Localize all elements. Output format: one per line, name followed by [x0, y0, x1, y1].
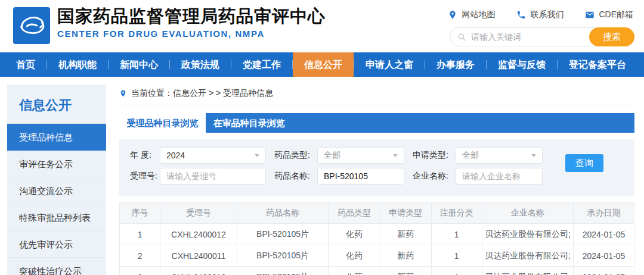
site-logo[interactable] — [13, 7, 50, 44]
table-column-header: 受理号 — [160, 203, 237, 224]
utility-links: 网站地图 联系我们 CDE邮箱 — [448, 10, 633, 20]
mail-icon — [585, 10, 595, 20]
content: 当前位置：信息公开 > > 受理品种信息 受理品种目录浏览在审品种目录浏览 年 … — [119, 88, 634, 275]
table-cell: 化药 — [329, 267, 380, 275]
table-column-header: 申请类型 — [380, 203, 431, 224]
query-button[interactable]: 查询 — [565, 154, 603, 172]
table-cell: 新药 — [380, 224, 431, 245]
sitemap-link[interactable]: 网站地图 — [448, 10, 495, 20]
tab[interactable]: 在审品种目录浏览 — [206, 113, 292, 133]
table-column-header: 药品名称 — [237, 203, 329, 224]
search-icon — [457, 33, 466, 42]
chevron-down-icon — [255, 154, 259, 157]
site-title: 国家药品监督管理局药品审评中心 — [57, 5, 326, 27]
page: 国家药品监督管理局药品审评中心 CENTER FOR DRUG EVALUATI… — [0, 0, 644, 275]
table-cell: CXHL2400012 — [160, 224, 237, 245]
nav-item[interactable]: 办事服务 — [425, 52, 486, 77]
apply-type-label: 申请类型: — [413, 150, 456, 161]
table-row: 3CXHL2400010BPI-520105片化药新药1贝达药业股份有限公司;2… — [120, 267, 634, 275]
table-cell: CXHL2400011 — [160, 245, 237, 267]
tabstrip: 受理品种目录浏览在审品种目录浏览 — [119, 113, 634, 133]
table-header-row: 序号受理号药品名称药品类型申请类型注册分类企业名称承办日期 — [120, 203, 634, 224]
nav-item[interactable]: 监督与反馈 — [487, 52, 557, 77]
table-cell: 贝达药业股份有限公司; — [482, 224, 574, 245]
table-cell: 新药 — [380, 267, 431, 275]
table-cell: 2024-01-05 — [574, 245, 634, 267]
sidebar-item[interactable]: 审评任务公示 — [7, 151, 106, 177]
filter-row-1: 年 度: 2024 药品类型: 全部 申请类型: 全部 — [130, 147, 634, 164]
nav-item[interactable]: 机构职能 — [47, 52, 108, 77]
table-cell: BPI-520105片 — [237, 267, 329, 275]
tab[interactable]: 受理品种目录浏览 — [119, 113, 206, 133]
apply-type-value: 全部 — [462, 150, 479, 161]
mailbox-label: CDE邮箱 — [599, 10, 633, 20]
table-cell: BPI-520105片 — [237, 245, 329, 267]
table-cell: 1 — [120, 224, 160, 245]
drug-name-label: 药品名称: — [274, 171, 317, 182]
year-select[interactable]: 2024 — [160, 147, 266, 164]
site-subtitle: CENTER FOR DRUG EVALUATION, NMPA — [57, 29, 326, 39]
sidebar-item[interactable]: 突破性治疗公示 — [7, 258, 106, 275]
table-column-header: 序号 — [120, 203, 160, 224]
drug-name-field — [317, 168, 404, 185]
filter-panel: 年 度: 2024 药品类型: 全部 申请类型: 全部 受理号: — [119, 139, 634, 196]
results-table: 序号受理号药品名称药品类型申请类型注册分类企业名称承办日期 1CXHL24000… — [119, 202, 634, 275]
apply-type-select[interactable]: 全部 — [456, 147, 543, 164]
table-column-header: 企业名称 — [482, 203, 574, 224]
sidebar-item[interactable]: 特殊审批品种列表 — [7, 204, 106, 231]
table-cell: 2024-01-05 — [574, 267, 634, 275]
filter-row-2: 受理号: 药品名称: 企业名称: — [130, 168, 634, 185]
map-pin-icon — [448, 10, 457, 20]
chevron-down-icon — [531, 154, 536, 157]
sidebar-items: 受理品种信息审评任务公示沟通交流公示特殊审批品种列表优先审评公示突破性治疗公示 — [7, 124, 106, 275]
main-nav: 首页机构职能新闻中心政策法规党建工作信息公开申请人之窗办事服务监督与反馈登记备案… — [0, 52, 644, 77]
table-row: 2CXHL2400011BPI-520105片化药新药1贝达药业股份有限公司;2… — [120, 245, 634, 267]
table-cell: 贝达药业股份有限公司; — [482, 245, 574, 267]
sidebar-item[interactable]: 受理品种信息 — [7, 124, 106, 151]
search-button[interactable]: 搜索 — [589, 27, 634, 46]
table-column-header: 药品类型 — [329, 203, 380, 224]
nav-item[interactable]: 政策法规 — [170, 52, 231, 77]
breadcrumb-text: 当前位置：信息公开 > > 受理品种信息 — [131, 88, 273, 99]
drug-type-select[interactable]: 全部 — [317, 147, 404, 164]
company-label: 企业名称: — [413, 171, 456, 182]
sidebar-title: 信息公开 — [7, 85, 106, 124]
nav-item[interactable]: 党建工作 — [231, 52, 292, 77]
nav-item[interactable]: 新闻中心 — [109, 52, 169, 77]
table-body: 1CXHL2400012BPI-520105片化药新药1贝达药业股份有限公司;2… — [120, 224, 634, 275]
sitemap-label: 网站地图 — [462, 10, 495, 20]
site-search: 搜索 — [450, 27, 634, 46]
table-row: 1CXHL2400012BPI-520105片化药新药1贝达药业股份有限公司;2… — [120, 224, 634, 245]
drug-type-label: 药品类型: — [274, 150, 317, 161]
company-input[interactable] — [462, 171, 536, 181]
table-column-header: 承办日期 — [574, 203, 634, 224]
table-column-header: 注册分类 — [431, 203, 482, 224]
year-value: 2024 — [166, 151, 185, 160]
table-cell: 3 — [120, 267, 160, 275]
sidebar-item[interactable]: 优先审评公示 — [7, 231, 106, 258]
year-label: 年 度: — [130, 150, 160, 161]
table-cell: 1 — [431, 224, 482, 245]
accept-no-label: 受理号: — [130, 171, 160, 182]
table-cell: 化药 — [329, 245, 380, 267]
contact-link[interactable]: 联系我们 — [516, 10, 564, 20]
table-cell: 化药 — [329, 224, 380, 245]
table-cell: 1 — [431, 245, 482, 267]
table-cell: 1 — [431, 267, 482, 275]
nav-item[interactable]: 登记备案平台 — [558, 52, 637, 77]
title-block: 国家药品监督管理局药品审评中心 CENTER FOR DRUG EVALUATI… — [57, 5, 326, 39]
mailbox-link[interactable]: CDE邮箱 — [585, 10, 633, 20]
accept-no-field — [160, 168, 266, 185]
nav-item[interactable]: 信息公开 — [293, 52, 354, 77]
nav-item[interactable]: 首页 — [5, 52, 47, 77]
phone-icon — [516, 10, 526, 20]
table-cell: 2 — [120, 245, 160, 267]
site-header: 国家药品监督管理局药品审评中心 CENTER FOR DRUG EVALUATI… — [0, 0, 644, 52]
accept-no-input[interactable] — [166, 171, 259, 181]
drug-name-input[interactable] — [324, 171, 398, 181]
table-cell: 新药 — [380, 245, 431, 267]
sidebar-item[interactable]: 沟通交流公示 — [7, 177, 106, 204]
nav-item[interactable]: 申请人之窗 — [354, 52, 425, 77]
cde-logo-icon — [13, 7, 50, 44]
contact-label: 联系我们 — [530, 10, 564, 20]
